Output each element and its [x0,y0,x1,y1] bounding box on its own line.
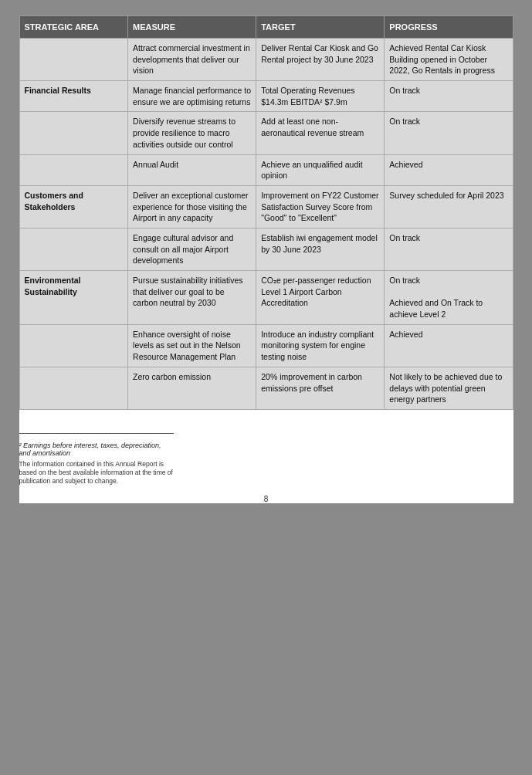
cell-measure: Manage financial performance to ensure w… [128,81,256,112]
footnote-note2: The information contained in this Annual… [19,460,174,486]
header-target: TARGET [256,16,385,39]
cell-progress: On trackAchieved and On Track to achieve… [385,271,513,325]
table-row: Customers and StakeholdersDeliver an exc… [19,185,513,228]
cell-measure: Pursue sustainability initiatives that d… [128,271,256,325]
cell-progress: Achieved [385,154,513,185]
cell-progress: On track [385,81,513,112]
cell-strategic-area [19,39,128,81]
cell-progress: Survey scheduled for April 2023 [385,185,513,228]
cell-measure: Zero carbon emission [128,367,256,409]
cell-target: Achieve an unqualified audit opinion [256,154,385,185]
cell-progress: Not likely to be achieved due to delays … [385,367,513,409]
cell-target: Introduce an industry compliant monitori… [256,324,385,367]
cell-measure: Enhance oversight of noise levels as set… [128,324,256,367]
table-header-row: STRATEGIC AREA MEASURE TARGET PROGRESS [19,16,513,39]
table-row: Engage cultural advisor and consult on a… [19,228,513,270]
table-row: Financial ResultsManage financial perfor… [19,81,513,112]
cell-strategic-area [19,324,128,367]
cell-measure: Engage cultural advisor and consult on a… [128,228,256,270]
cell-strategic-area [19,228,128,270]
header-strategic-area: STRATEGIC AREA [19,16,128,39]
cell-target: Add at least one non-aeronautical revenu… [256,112,385,154]
footnote-note1: ² Earnings before interest, taxes, depre… [19,442,174,457]
strategic-table: STRATEGIC AREA MEASURE TARGET PROGRESS A… [19,15,513,410]
cell-target: 20% improvement in carbon emissions pre … [256,367,385,409]
cell-progress: Achieved [385,324,513,367]
cell-target: Deliver Rental Car Kiosk and Go Rental p… [256,39,385,81]
cell-target: Total Operating Revenues $14.3m EBITDA² … [256,81,385,112]
cell-measure: Deliver an exceptional customer experien… [128,185,256,228]
table-row: Zero carbon emission20% improvement in c… [19,367,513,409]
cell-strategic-area [19,367,128,409]
cell-measure: Annual Audit [128,154,256,185]
table-row: Diversify revenue streams to provide res… [19,112,513,154]
cell-strategic-area: Environmental Sustainability [19,271,128,325]
page-container: STRATEGIC AREA MEASURE TARGET PROGRESS A… [19,15,513,503]
cell-strategic-area [19,112,128,154]
table-row: Annual AuditAchieve an unqualified audit… [19,154,513,185]
cell-target: Establish iwi engagement model by 30 Jun… [256,228,385,270]
table-row: Environmental SustainabilityPursue susta… [19,271,513,325]
cell-target: Improvement on FY22 Customer Satisfactio… [256,185,385,228]
table-row: Attract commercial investment in develop… [19,39,513,81]
cell-strategic-area: Customers and Stakeholders [19,185,128,228]
cell-progress: On track [385,112,513,154]
footnote-section: ² Earnings before interest, taxes, depre… [19,433,174,486]
page-number: 8 [19,495,513,503]
cell-strategic-area [19,154,128,185]
header-measure: MEASURE [128,16,256,39]
cell-progress: Achieved Rental Car Kiosk Building opene… [385,39,513,81]
cell-measure: Diversify revenue streams to provide res… [128,112,256,154]
cell-progress: On track [385,228,513,270]
cell-target: CO₂e per-passenger reduction Level 1 Air… [256,271,385,325]
cell-strategic-area: Financial Results [19,81,128,112]
cell-measure: Attract commercial investment in develop… [128,39,256,81]
table-row: Enhance oversight of noise levels as set… [19,324,513,367]
header-progress: PROGRESS [385,16,513,39]
